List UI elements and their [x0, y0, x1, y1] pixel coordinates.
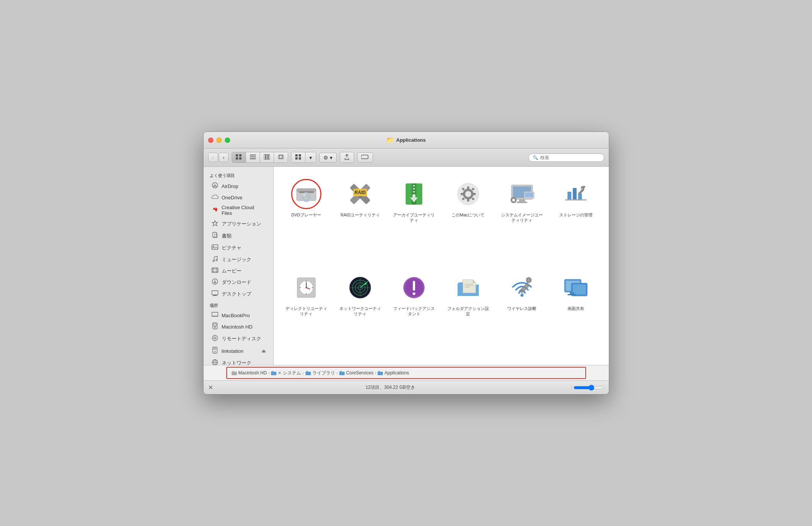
svg-rect-70 — [467, 199, 469, 202]
path-item-0[interactable]: Macintosh HD — [232, 370, 267, 376]
svg-rect-129 — [340, 371, 342, 372]
sidebar-item-documents-label: 書類 — [222, 233, 232, 240]
tag-button[interactable] — [357, 152, 373, 163]
svg-rect-82 — [525, 193, 533, 197]
sidebar-item-macintosh-hd-label: Macintosh HD — [222, 324, 253, 330]
search-box[interactable]: 🔍 — [528, 153, 604, 162]
sidebar-item-downloads[interactable]: ダウンロード — [205, 276, 272, 288]
view-buttons — [232, 152, 288, 163]
svg-rect-35 — [212, 316, 218, 317]
dvd-icon-container — [291, 179, 321, 209]
grid-group-button[interactable] — [292, 152, 306, 163]
sidebar-item-desktop[interactable]: デスクトップ — [205, 288, 272, 300]
sidebar-item-macintosh-hd[interactable]: Macintosh HD — [205, 321, 272, 333]
group-dropdown-button[interactable]: ▾ — [306, 152, 316, 163]
pathbar-wrapper: Macintosh HD › ✕ システム › ライブラリ › CoreServ… — [204, 365, 609, 380]
sidebar-item-creative-cloud[interactable]: Creative Cloud Files — [205, 203, 272, 218]
aboutmac-label: このMacについて — [451, 212, 484, 218]
sidebar-item-onedrive[interactable]: OneDrive — [205, 192, 272, 203]
icon-view-button[interactable] — [232, 152, 246, 163]
svg-rect-80 — [517, 202, 527, 203]
path-label-0: Macintosh HD — [238, 370, 267, 376]
harddisk-icon — [211, 322, 219, 331]
svg-rect-122 — [232, 372, 237, 375]
sidebar-item-movies[interactable]: ムービー — [205, 266, 272, 276]
sidebar-item-linkstation-label: linkstation — [222, 348, 244, 354]
minimize-button[interactable] — [216, 138, 222, 143]
maximize-button[interactable] — [225, 138, 230, 143]
svg-point-114 — [520, 294, 524, 297]
share-button[interactable] — [340, 152, 354, 163]
airdrop-icon — [211, 182, 219, 190]
svg-rect-43 — [214, 348, 216, 349]
back-button[interactable]: ‹ — [208, 153, 218, 162]
close-x-button[interactable]: ✕ — [208, 384, 213, 391]
sidebar: よく使う項目 AirDrop OneDrive Creative Cloud F… — [204, 167, 274, 365]
cover-view-button[interactable] — [274, 152, 288, 163]
sidebar-item-documents[interactable]: 書類 — [205, 230, 272, 242]
file-item-directory[interactable]: ディレクトリユーティリティ — [281, 268, 331, 358]
macbookpro-icon — [211, 312, 219, 319]
pathbar: Macintosh HD › ✕ システム › ライブラリ › CoreServ… — [226, 367, 586, 379]
forward-button[interactable]: › — [219, 153, 229, 162]
svg-point-54 — [306, 196, 307, 198]
path-item-3[interactable]: CoreServices — [339, 370, 373, 376]
file-area: DVDプレーヤー RAID RAIDユーティリティ — [274, 167, 609, 365]
title-folder-icon: 📁 — [386, 136, 394, 144]
file-item-sysimage[interactable]: システムイメージユーティリティ — [497, 174, 547, 264]
column-view-button[interactable] — [260, 152, 274, 163]
sidebar-item-macbookpro[interactable]: MacBookPro — [205, 310, 272, 321]
sidebar-item-applications-label: アプリケーション — [222, 221, 261, 227]
file-item-folderaction[interactable]: フォルダアクション設定 — [443, 268, 493, 358]
storage-icon-container — [561, 179, 591, 209]
file-item-dvd[interactable]: DVDプレーヤー — [281, 174, 331, 264]
action-button[interactable]: ⚙ ▾ — [319, 153, 337, 163]
directory-label: ディレクトリユーティリティ — [285, 306, 327, 317]
sidebar-item-remote-disk[interactable]: リモートディスク — [205, 333, 272, 345]
sidebar-item-network[interactable]: ネットワーク — [205, 357, 272, 365]
folderaction-label: フォルダアクション設定 — [447, 306, 489, 317]
sysimage-icon — [508, 180, 536, 208]
folderaction-icon — [455, 274, 482, 301]
svg-rect-126 — [306, 372, 311, 375]
onedrive-icon — [211, 194, 219, 201]
eject-icon[interactable]: ⏏ — [262, 348, 266, 354]
svg-rect-72 — [473, 193, 476, 195]
file-item-storage[interactable]: ストレージの管理 — [551, 174, 601, 264]
svg-rect-63 — [413, 188, 415, 189]
path-sep-1: › — [303, 371, 304, 375]
list-view-button[interactable] — [246, 152, 260, 163]
file-item-raid[interactable]: RAID RAIDユーティリティ — [335, 174, 385, 264]
svg-point-18 — [212, 183, 218, 188]
search-input[interactable] — [540, 155, 600, 160]
svg-point-24 — [216, 260, 217, 261]
path-item-1[interactable]: ✕ システム — [271, 370, 301, 376]
svg-rect-88 — [578, 194, 582, 199]
file-item-archive[interactable]: アーカイブユーティリティ — [389, 174, 439, 264]
main-content: よく使う項目 AirDrop OneDrive Creative Cloud F… — [204, 167, 609, 365]
sidebar-item-movies-label: ムービー — [222, 268, 241, 274]
svg-rect-124 — [271, 372, 276, 375]
file-item-feedback[interactable]: フィードバックアシスタント — [389, 268, 439, 358]
sidebar-item-airdrop[interactable]: AirDrop — [205, 180, 272, 192]
path-item-2[interactable]: ライブラリ — [306, 370, 335, 376]
network-icon — [211, 359, 219, 365]
file-item-screenshare[interactable]: 画面共有 — [551, 268, 601, 358]
toolbar: ‹ › ▾ ⚙ ▾ — [204, 149, 609, 167]
close-button[interactable] — [208, 138, 213, 143]
file-item-networkutil[interactable]: ネットワークユーティリティ — [335, 268, 385, 358]
sidebar-item-linkstation[interactable]: linkstation ⏏ — [205, 345, 272, 357]
sidebar-item-music[interactable]: ミュージック — [205, 254, 272, 266]
sidebar-item-network-label: ネットワーク — [222, 360, 251, 365]
icon-size-slider[interactable] — [574, 385, 604, 391]
file-item-aboutmac[interactable]: このMacについて — [443, 174, 493, 264]
screenshare-label: 画面共有 — [567, 306, 584, 311]
sidebar-item-pictures[interactable]: ピクチャ — [205, 242, 272, 254]
wireless-label: ワイヤレス診断 — [507, 306, 536, 311]
sidebar-item-creative-cloud-label: Creative Cloud Files — [222, 205, 266, 216]
svg-point-23 — [213, 260, 214, 262]
sidebar-item-applications[interactable]: アプリケーション — [205, 218, 272, 230]
svg-rect-71 — [461, 193, 464, 195]
path-item-4[interactable]: Applications — [378, 370, 409, 376]
file-item-wireless[interactable]: ワイヤレス診断 — [497, 268, 547, 358]
